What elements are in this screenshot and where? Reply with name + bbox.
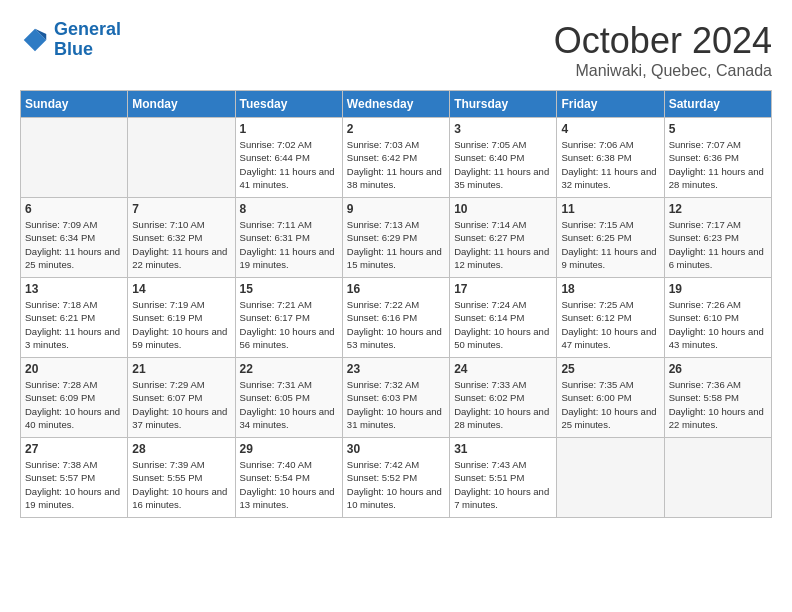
col-header-wednesday: Wednesday <box>342 91 449 118</box>
day-info: Sunrise: 7:24 AM Sunset: 6:14 PM Dayligh… <box>454 298 552 351</box>
calendar-cell: 6Sunrise: 7:09 AM Sunset: 6:34 PM Daylig… <box>21 198 128 278</box>
day-number: 31 <box>454 442 552 456</box>
calendar-cell: 8Sunrise: 7:11 AM Sunset: 6:31 PM Daylig… <box>235 198 342 278</box>
calendar-header-row: SundayMondayTuesdayWednesdayThursdayFrid… <box>21 91 772 118</box>
calendar-table: SundayMondayTuesdayWednesdayThursdayFrid… <box>20 90 772 518</box>
day-info: Sunrise: 7:40 AM Sunset: 5:54 PM Dayligh… <box>240 458 338 511</box>
calendar-cell: 7Sunrise: 7:10 AM Sunset: 6:32 PM Daylig… <box>128 198 235 278</box>
day-number: 20 <box>25 362 123 376</box>
calendar-cell: 19Sunrise: 7:26 AM Sunset: 6:10 PM Dayli… <box>664 278 771 358</box>
calendar-week-row: 27Sunrise: 7:38 AM Sunset: 5:57 PM Dayli… <box>21 438 772 518</box>
calendar-cell: 13Sunrise: 7:18 AM Sunset: 6:21 PM Dayli… <box>21 278 128 358</box>
calendar-cell: 27Sunrise: 7:38 AM Sunset: 5:57 PM Dayli… <box>21 438 128 518</box>
calendar-cell: 20Sunrise: 7:28 AM Sunset: 6:09 PM Dayli… <box>21 358 128 438</box>
logo: General Blue <box>20 20 121 60</box>
day-info: Sunrise: 7:25 AM Sunset: 6:12 PM Dayligh… <box>561 298 659 351</box>
col-header-sunday: Sunday <box>21 91 128 118</box>
day-info: Sunrise: 7:07 AM Sunset: 6:36 PM Dayligh… <box>669 138 767 191</box>
calendar-cell: 31Sunrise: 7:43 AM Sunset: 5:51 PM Dayli… <box>450 438 557 518</box>
calendar-cell <box>21 118 128 198</box>
day-info: Sunrise: 7:11 AM Sunset: 6:31 PM Dayligh… <box>240 218 338 271</box>
day-number: 9 <box>347 202 445 216</box>
day-number: 18 <box>561 282 659 296</box>
calendar-cell <box>128 118 235 198</box>
col-header-monday: Monday <box>128 91 235 118</box>
calendar-week-row: 6Sunrise: 7:09 AM Sunset: 6:34 PM Daylig… <box>21 198 772 278</box>
day-number: 13 <box>25 282 123 296</box>
day-number: 26 <box>669 362 767 376</box>
col-header-saturday: Saturday <box>664 91 771 118</box>
calendar-cell: 30Sunrise: 7:42 AM Sunset: 5:52 PM Dayli… <box>342 438 449 518</box>
day-info: Sunrise: 7:15 AM Sunset: 6:25 PM Dayligh… <box>561 218 659 271</box>
day-info: Sunrise: 7:05 AM Sunset: 6:40 PM Dayligh… <box>454 138 552 191</box>
day-number: 12 <box>669 202 767 216</box>
calendar-week-row: 13Sunrise: 7:18 AM Sunset: 6:21 PM Dayli… <box>21 278 772 358</box>
day-info: Sunrise: 7:14 AM Sunset: 6:27 PM Dayligh… <box>454 218 552 271</box>
day-number: 5 <box>669 122 767 136</box>
day-info: Sunrise: 7:22 AM Sunset: 6:16 PM Dayligh… <box>347 298 445 351</box>
calendar-cell <box>664 438 771 518</box>
calendar-cell: 24Sunrise: 7:33 AM Sunset: 6:02 PM Dayli… <box>450 358 557 438</box>
day-info: Sunrise: 7:39 AM Sunset: 5:55 PM Dayligh… <box>132 458 230 511</box>
day-number: 29 <box>240 442 338 456</box>
day-number: 7 <box>132 202 230 216</box>
day-info: Sunrise: 7:13 AM Sunset: 6:29 PM Dayligh… <box>347 218 445 271</box>
calendar-cell: 16Sunrise: 7:22 AM Sunset: 6:16 PM Dayli… <box>342 278 449 358</box>
day-number: 27 <box>25 442 123 456</box>
day-number: 19 <box>669 282 767 296</box>
calendar-cell: 5Sunrise: 7:07 AM Sunset: 6:36 PM Daylig… <box>664 118 771 198</box>
day-number: 16 <box>347 282 445 296</box>
day-number: 17 <box>454 282 552 296</box>
day-info: Sunrise: 7:18 AM Sunset: 6:21 PM Dayligh… <box>25 298 123 351</box>
day-info: Sunrise: 7:28 AM Sunset: 6:09 PM Dayligh… <box>25 378 123 431</box>
title-block: October 2024 Maniwaki, Quebec, Canada <box>554 20 772 80</box>
day-number: 25 <box>561 362 659 376</box>
day-number: 15 <box>240 282 338 296</box>
day-number: 11 <box>561 202 659 216</box>
day-number: 24 <box>454 362 552 376</box>
day-info: Sunrise: 7:29 AM Sunset: 6:07 PM Dayligh… <box>132 378 230 431</box>
calendar-cell: 10Sunrise: 7:14 AM Sunset: 6:27 PM Dayli… <box>450 198 557 278</box>
calendar-cell: 1Sunrise: 7:02 AM Sunset: 6:44 PM Daylig… <box>235 118 342 198</box>
calendar-cell: 29Sunrise: 7:40 AM Sunset: 5:54 PM Dayli… <box>235 438 342 518</box>
day-info: Sunrise: 7:26 AM Sunset: 6:10 PM Dayligh… <box>669 298 767 351</box>
day-info: Sunrise: 7:03 AM Sunset: 6:42 PM Dayligh… <box>347 138 445 191</box>
calendar-cell: 11Sunrise: 7:15 AM Sunset: 6:25 PM Dayli… <box>557 198 664 278</box>
day-info: Sunrise: 7:10 AM Sunset: 6:32 PM Dayligh… <box>132 218 230 271</box>
month-title: October 2024 <box>554 20 772 62</box>
calendar-cell: 18Sunrise: 7:25 AM Sunset: 6:12 PM Dayli… <box>557 278 664 358</box>
location-title: Maniwaki, Quebec, Canada <box>554 62 772 80</box>
calendar-cell: 23Sunrise: 7:32 AM Sunset: 6:03 PM Dayli… <box>342 358 449 438</box>
day-number: 6 <box>25 202 123 216</box>
day-number: 1 <box>240 122 338 136</box>
calendar-cell: 26Sunrise: 7:36 AM Sunset: 5:58 PM Dayli… <box>664 358 771 438</box>
day-number: 30 <box>347 442 445 456</box>
calendar-week-row: 1Sunrise: 7:02 AM Sunset: 6:44 PM Daylig… <box>21 118 772 198</box>
day-info: Sunrise: 7:35 AM Sunset: 6:00 PM Dayligh… <box>561 378 659 431</box>
col-header-thursday: Thursday <box>450 91 557 118</box>
day-number: 14 <box>132 282 230 296</box>
col-header-tuesday: Tuesday <box>235 91 342 118</box>
calendar-cell: 15Sunrise: 7:21 AM Sunset: 6:17 PM Dayli… <box>235 278 342 358</box>
day-info: Sunrise: 7:42 AM Sunset: 5:52 PM Dayligh… <box>347 458 445 511</box>
calendar-cell: 17Sunrise: 7:24 AM Sunset: 6:14 PM Dayli… <box>450 278 557 358</box>
logo-icon <box>20 25 50 55</box>
calendar-cell <box>557 438 664 518</box>
logo-line1: General <box>54 19 121 39</box>
calendar-cell: 21Sunrise: 7:29 AM Sunset: 6:07 PM Dayli… <box>128 358 235 438</box>
calendar-cell: 9Sunrise: 7:13 AM Sunset: 6:29 PM Daylig… <box>342 198 449 278</box>
day-info: Sunrise: 7:32 AM Sunset: 6:03 PM Dayligh… <box>347 378 445 431</box>
calendar-cell: 25Sunrise: 7:35 AM Sunset: 6:00 PM Dayli… <box>557 358 664 438</box>
day-info: Sunrise: 7:36 AM Sunset: 5:58 PM Dayligh… <box>669 378 767 431</box>
day-number: 21 <box>132 362 230 376</box>
col-header-friday: Friday <box>557 91 664 118</box>
svg-marker-0 <box>24 29 47 52</box>
calendar-cell: 28Sunrise: 7:39 AM Sunset: 5:55 PM Dayli… <box>128 438 235 518</box>
calendar-week-row: 20Sunrise: 7:28 AM Sunset: 6:09 PM Dayli… <box>21 358 772 438</box>
logo-line2: Blue <box>54 39 93 59</box>
logo-text: General Blue <box>54 20 121 60</box>
day-info: Sunrise: 7:31 AM Sunset: 6:05 PM Dayligh… <box>240 378 338 431</box>
day-info: Sunrise: 7:06 AM Sunset: 6:38 PM Dayligh… <box>561 138 659 191</box>
page-header: General Blue October 2024 Maniwaki, Queb… <box>20 20 772 80</box>
day-info: Sunrise: 7:43 AM Sunset: 5:51 PM Dayligh… <box>454 458 552 511</box>
